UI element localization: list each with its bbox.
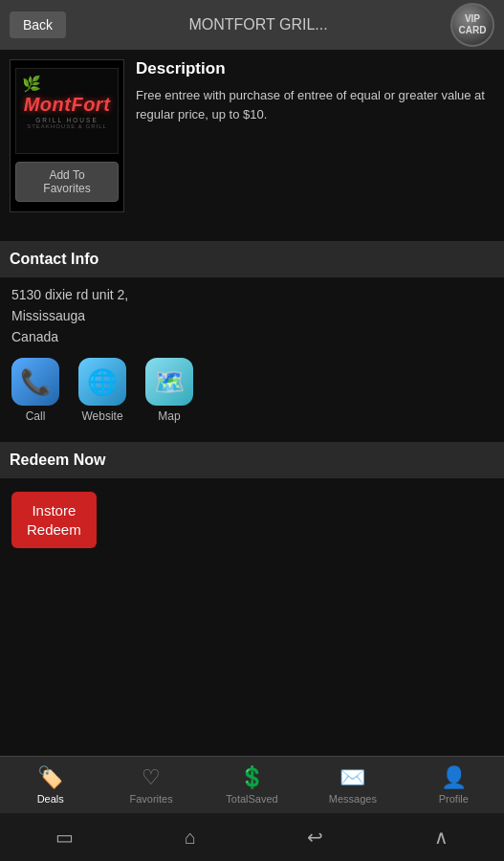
description-title: Description [136,59,494,78]
favorites-icon: ♡ [142,765,161,790]
contact-call-item[interactable]: 📞 Call [11,358,59,423]
back-button[interactable]: Back [10,11,66,38]
contact-section-header: Contact Info [0,241,504,277]
instore-redeem-button[interactable]: InstoreRedeem [11,492,97,548]
nav-messages[interactable]: ✉️ Messages [302,757,403,813]
nav-profile[interactable]: 👤 Profile [404,757,504,813]
contact-section: 5130 dixie rd unit 2, Mississauga Canada… [0,277,504,432]
brand-name: MontFort [24,94,111,116]
redeem-section: InstoreRedeem [0,478,504,562]
system-bar: ▭ ⌂ ↩ ∧ [0,813,504,861]
contact-icons-row: 📞 Call 🌐 Website 🗺️ Map [11,358,493,423]
contact-website-item[interactable]: 🌐 Website [78,358,126,423]
messages-label: Messages [329,793,377,805]
description-area: Description Free entree with purchase of… [136,59,494,212]
brand-sub2: STEAKHOUSE & GRILL [27,123,107,129]
restaurant-logo: 🌿 MontFort Grill House STEAKHOUSE & GRIL… [15,68,119,154]
total-saved-label: TotalSaved [226,793,277,805]
contact-address-line3: Canada [11,329,493,344]
contact-address-line2: Mississauga [11,308,493,323]
redeem-section-header: Redeem Now [0,442,504,478]
total-saved-icon: 💲 [239,765,265,790]
messages-icon: ✉️ [340,765,365,790]
header-title: MONTFORT GRIL... [66,16,450,33]
deals-icon: 🏷️ [37,765,63,790]
favorites-label: Favorites [129,793,172,805]
restaurant-card-row: 🌿 MontFort Grill House STEAKHOUSE & GRIL… [10,59,494,212]
website-label: Website [81,409,122,423]
map-icon: 🗺️ [145,358,193,406]
main-content: 🌿 MontFort Grill House STEAKHOUSE & GRIL… [0,50,504,232]
call-icon: 📞 [11,358,59,406]
header: Back MONTFORT GRIL... VIPCARD [0,0,504,50]
sys-home-button[interactable]: ⌂ [165,822,215,853]
add-to-favorites-button[interactable]: Add To Favorites [15,162,119,202]
nav-deals[interactable]: 🏷️ Deals [0,757,100,813]
sys-recent-button[interactable]: ▭ [36,821,93,853]
bottom-nav: 🏷️ Deals ♡ Favorites 💲 TotalSaved ✉️ Mes… [0,756,504,813]
vip-badge-text: VIPCARD [459,13,487,36]
brand-sub: Grill House [35,117,98,123]
sys-up-button[interactable]: ∧ [415,821,468,853]
leaf-icon: 🌿 [22,75,41,93]
website-icon: 🌐 [78,358,126,406]
call-label: Call [26,409,46,423]
contact-map-item[interactable]: 🗺️ Map [145,358,193,423]
contact-address-line1: 5130 dixie rd unit 2, [11,287,493,302]
vip-badge: VIPCARD [450,3,494,47]
description-text: Free entree with purchase of entree of e… [136,86,494,123]
nav-favorites[interactable]: ♡ Favorites [100,757,201,813]
deals-label: Deals [37,793,64,805]
nav-total-saved[interactable]: 💲 TotalSaved [202,757,302,813]
sys-back-button[interactable]: ↩ [288,821,342,853]
map-label: Map [158,409,180,423]
profile-label: Profile [439,793,469,805]
profile-icon: 👤 [441,765,467,790]
restaurant-image-box: 🌿 MontFort Grill House STEAKHOUSE & GRIL… [10,59,124,212]
